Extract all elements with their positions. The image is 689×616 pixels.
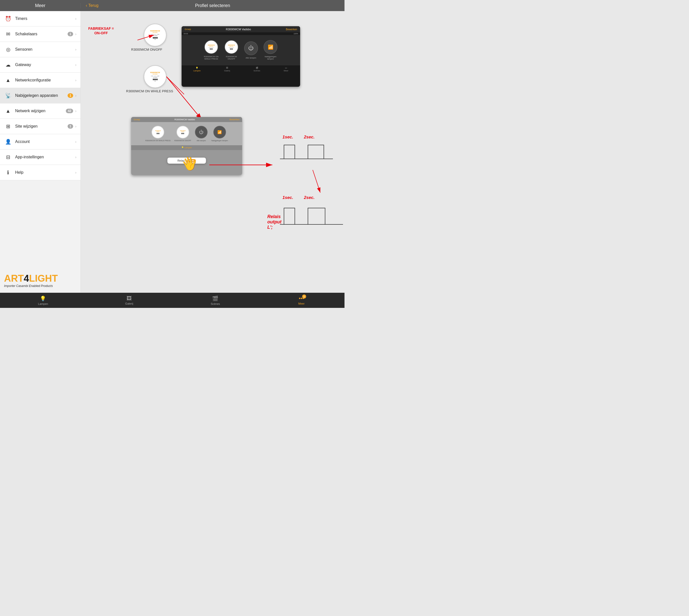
device-pins-1 <box>150 37 160 39</box>
chevron-right-icon: › <box>75 32 77 36</box>
chevron-right-icon: › <box>75 63 77 67</box>
sidebar-item-site-wijzigen[interactable]: ⊞ Site wijzigen 1 › <box>0 119 81 134</box>
logo-area: ART 4 LIGHT Importer Casambi Enabled Pro… <box>0 268 81 293</box>
nav-item-lampen[interactable]: 💡 Lampen <box>0 295 86 305</box>
gallery-icon: 🖼 <box>226 67 228 69</box>
logo-subtitle: Importer Casambi Enabled Products <box>4 284 77 288</box>
sp2-circle-2: R3000WCM VADSBO <box>176 126 189 138</box>
sidebar-label-account: Account <box>15 139 75 144</box>
screenshot-top-title: R3000WCM Vadsbo <box>226 28 251 31</box>
sp2-edit: Bewerken <box>230 118 240 121</box>
sp2-scene-2: R3000WCM VADSBO R3000WCM ON/OFF <box>174 126 191 141</box>
network-config-icon: ▲ <box>4 76 12 84</box>
nav-lamp-icon: 💡 <box>40 295 46 302</box>
timing-pulse2-left <box>308 145 308 159</box>
screenshot-top-header: Groep R3000WCM Vadsbo Bewerken <box>181 26 300 32</box>
annotation-fabrieksaf: FABRIEKSAF = ON-OFF <box>88 26 114 35</box>
bottom-navigation: 💡 Lampen 🖼 Galerij 🎬 Scènes ••• 1 Meer <box>0 293 344 308</box>
device-inner-2: R3000WCM VADSBO 230V - L/N - LOADCASAMBI… <box>149 71 161 83</box>
annotation-text-on-off: ON-OFF <box>88 31 114 35</box>
sp2-footer: 💡 Lampen <box>131 145 242 150</box>
screenshot-body-top: R3000WCM VADSBO R3000WCM ON WHILE PR <box>181 35 300 65</box>
scene-item-4: 📶 Nabijgelegen lampen <box>263 40 278 60</box>
sidebar-label-timers: Timers <box>15 16 75 21</box>
chevron-right-icon: › <box>75 155 77 159</box>
settings-icon: ⊟ <box>4 153 12 161</box>
logo-4: 4 <box>24 273 29 283</box>
sidebar-item-netwerk-wijzigen[interactable]: ▲ Netwerk wijzigen 42 › <box>0 103 81 119</box>
footer-label-lampen: Lampen <box>193 70 201 72</box>
timing-baseline-bottom <box>280 224 343 225</box>
power-icon: ⏻ <box>248 45 254 51</box>
scene-circle-1: R3000WCM VADSBO <box>204 40 218 54</box>
timing-label-2sec-bottom: 2sec. <box>304 195 315 200</box>
sp2-label-4: Nabijgelegen lampen <box>211 140 228 141</box>
screenshot-top-groep: Groep <box>185 28 191 30</box>
time-display: 09:00 <box>184 33 188 35</box>
sp2-power-icon: ⏻ <box>199 130 203 135</box>
sidebar-item-gateway[interactable]: ☁ Gateway › <box>0 57 81 73</box>
gateway-icon: ☁ <box>4 61 12 69</box>
footer-tab-meer: ••• Meer <box>284 67 288 72</box>
sidebar-item-account[interactable]: 👤 Account › <box>0 134 81 150</box>
sidebar-label-sensoren: Sensoren <box>15 47 75 52</box>
timing-label-1sec-top: 1sec. <box>282 135 293 140</box>
timing-b-pulse2-left <box>308 208 308 224</box>
chevron-right-icon: › <box>75 17 77 21</box>
logo-light: LIGHT <box>29 273 58 283</box>
meer-title: Meer <box>35 3 45 8</box>
chevron-right-icon: › <box>75 124 77 128</box>
sp2-label-1: R3000WCM ON WHILE PRESS <box>145 140 171 141</box>
relais-label: Relais output L'; <box>267 214 281 230</box>
device-specs-1: 230V - L/N - LOADCASAMBI <box>150 34 160 36</box>
scene-circle-3: ⏻ <box>244 41 258 55</box>
chevron-right-icon: › <box>75 140 77 144</box>
nav-item-scenes[interactable]: 🎬 Scènes <box>172 295 258 305</box>
sidebar-label-gateway: Gateway <box>15 63 75 67</box>
sidebar: ⏰ Timers › ✉ Schakelaars 1 › ◎ Sensoren … <box>0 11 81 293</box>
screenshot-top-edit: Bewerken <box>286 28 297 31</box>
diagram-area: FABRIEKSAF = ON-OFF R3000WCM VADSBO 230V… <box>88 19 340 283</box>
sidebar-label-netwerk-wijzigen: Netwerk wijzigen <box>15 109 66 113</box>
sidebar-item-netwerkconfiguratie[interactable]: ▲ Netwerkconfiguratie › <box>0 73 81 88</box>
netwerk-badge: 42 <box>66 109 73 113</box>
sidebar-item-timers[interactable]: ⏰ Timers › <box>0 11 81 26</box>
screenshot-footer: 💡 Lampen 🖼 Galerij 🎬 Scènes ••• Meer <box>181 65 300 73</box>
device-pins-2 <box>150 79 160 80</box>
sensor-icon: ◎ <box>4 45 12 53</box>
sidebar-label-help: Help <box>15 170 75 175</box>
sidebar-item-schakelaars[interactable]: ✉ Schakelaars 1 › <box>0 26 81 42</box>
sidebar-item-app-instellingen[interactable]: ⊟ App-instellingen › <box>0 150 81 165</box>
sidebar-item-help[interactable]: ℹ Help › <box>0 165 81 180</box>
device-label-2: R3000WCM ON WHILE PRESS <box>126 89 173 93</box>
device-brand-1: R3000WCM <box>150 30 160 32</box>
chevron-right-icon: › <box>75 171 77 175</box>
footer-label-galerij: Galerij <box>224 70 230 72</box>
lamp-icon: 💡 <box>196 67 198 69</box>
sp2-circle-1: R3000WCM VADSBO <box>152 126 164 138</box>
sidebar-item-nabijgelegen[interactable]: 📡 Nabijgelegen apparaten 1 › <box>0 88 81 103</box>
nav-item-meer[interactable]: ••• 1 Meer <box>258 295 345 305</box>
back-label: Terug <box>88 3 99 8</box>
device-label-1: R3000WCM ON/OFF <box>131 48 163 51</box>
scene-device-mini-1: R3000WCM VADSBO <box>207 44 215 50</box>
device-model-2: VADSBO <box>150 73 160 75</box>
scene-label-3: Alle lampen <box>246 57 256 59</box>
nav-item-galerij[interactable]: 🖼 Galerij <box>86 295 172 305</box>
scene-circle-4: 📶 <box>263 40 277 54</box>
sidebar-label-netwerkconfiguratie: Netwerkconfiguratie <box>15 78 75 83</box>
footer-tab-lampen: 💡 Lampen <box>193 67 201 72</box>
footer-label-scenes: Scènes <box>254 70 260 72</box>
back-button[interactable]: ‹ Terug <box>86 3 99 8</box>
meer-badge-dot: 1 <box>302 294 306 299</box>
sidebar-item-sensoren[interactable]: ◎ Sensoren › <box>0 42 81 57</box>
scene-circle-2: R3000WCM VADSBO <box>224 40 238 54</box>
timing-b-pulse1-left <box>284 208 284 224</box>
chevron-left-icon: ‹ <box>86 3 87 8</box>
screenshot-top: Groep R3000WCM Vadsbo Bewerken 09:00 100… <box>181 26 300 87</box>
nav-label-meer: Meer <box>298 302 305 305</box>
nearby-icon: 📡 <box>4 91 12 100</box>
timing-pulse2-right <box>324 145 324 159</box>
timing-pulse1-top <box>284 145 295 145</box>
sidebar-label-nabijgelegen: Nabijgelegen apparaten <box>15 93 68 98</box>
